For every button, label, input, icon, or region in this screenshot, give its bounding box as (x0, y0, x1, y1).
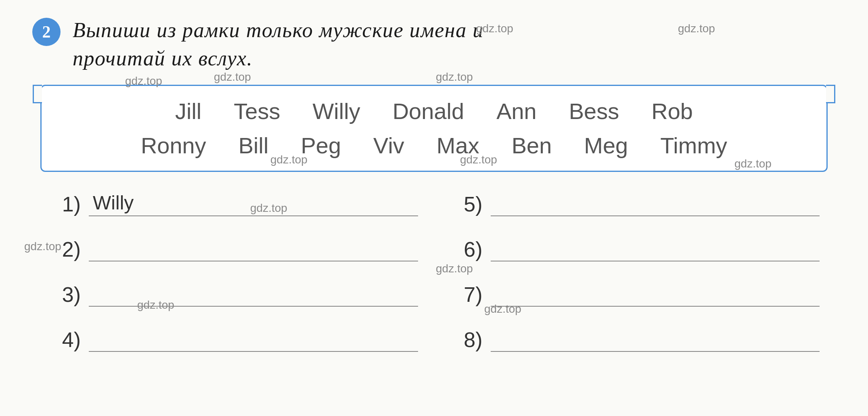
answer-number-2: 2) (48, 237, 81, 261)
answers-left-col: 1) Willy 2) 3) 4) (48, 192, 418, 352)
answer-row-1: 1) Willy (48, 192, 418, 216)
answer-value-1: Willy (93, 192, 134, 214)
exercise-number: 2 (42, 22, 51, 42)
answer-number-3: 3) (48, 282, 81, 307)
instruction-line1: Выпиши из рамки только мужские имена и (73, 16, 484, 44)
name-ronny: Ronny (141, 132, 206, 159)
answer-number-7: 7) (450, 282, 483, 307)
instruction-line2: прочитай их вслух. (73, 44, 484, 73)
name-peg: Peg (301, 132, 341, 159)
answer-number-1: 1) (48, 192, 81, 216)
answer-number-6: 6) (450, 237, 483, 261)
answer-line-6[interactable] (491, 257, 820, 261)
name-bill: Bill (238, 132, 269, 159)
name-max: Max (437, 132, 479, 159)
answer-line-4[interactable] (89, 348, 418, 352)
answer-line-7[interactable] (491, 303, 820, 307)
answer-line-1[interactable]: Willy (89, 212, 418, 216)
name-rob: Rob (651, 98, 693, 124)
instruction-text: Выпиши из рамки только мужские имена и п… (73, 16, 484, 73)
name-tess: Tess (234, 98, 280, 124)
name-donald: Donald (393, 98, 464, 124)
names-row-1: Jill Tess Willy Donald Ann Bess Rob (66, 98, 802, 124)
answer-number-8: 8) (450, 328, 483, 352)
answer-line-5[interactable] (491, 212, 820, 216)
answer-row-5: 5) (450, 192, 820, 216)
name-ben: Ben (512, 132, 552, 159)
answer-line-2[interactable] (89, 257, 418, 261)
answers-section: 1) Willy 2) 3) 4) (48, 192, 820, 352)
name-jill: Jill (175, 98, 201, 124)
name-meg: Meg (584, 132, 628, 159)
answer-line-3[interactable] (89, 303, 418, 307)
name-willy: Willy (312, 98, 360, 124)
header-row: 2 Выпиши из рамки только мужские имена и… (32, 16, 836, 73)
answer-row-3: 3) (48, 282, 418, 307)
answer-line-8[interactable] (491, 348, 820, 352)
page: 2 Выпиши из рамки только мужские имена и… (0, 0, 868, 416)
answers-right-col: 5) 6) 7) 8) (450, 192, 820, 352)
answer-row-2: 2) (48, 237, 418, 261)
name-timmy: Timmy (660, 132, 727, 159)
answer-row-7: 7) (450, 282, 820, 307)
name-ann: Ann (496, 98, 537, 124)
exercise-number-badge: 2 (32, 18, 61, 46)
answer-row-4: 4) (48, 328, 418, 352)
names-row-2: Ronny Bill Peg Viv Max Ben Meg Timmy (66, 132, 802, 159)
answer-row-6: 6) (450, 237, 820, 261)
name-bess: Bess (569, 98, 619, 124)
names-box: Jill Tess Willy Donald Ann Bess Rob Ronn… (40, 85, 828, 172)
answer-row-8: 8) (450, 328, 820, 352)
name-viv: Viv (373, 132, 404, 159)
answer-number-4: 4) (48, 328, 81, 352)
answer-number-5: 5) (450, 192, 483, 216)
